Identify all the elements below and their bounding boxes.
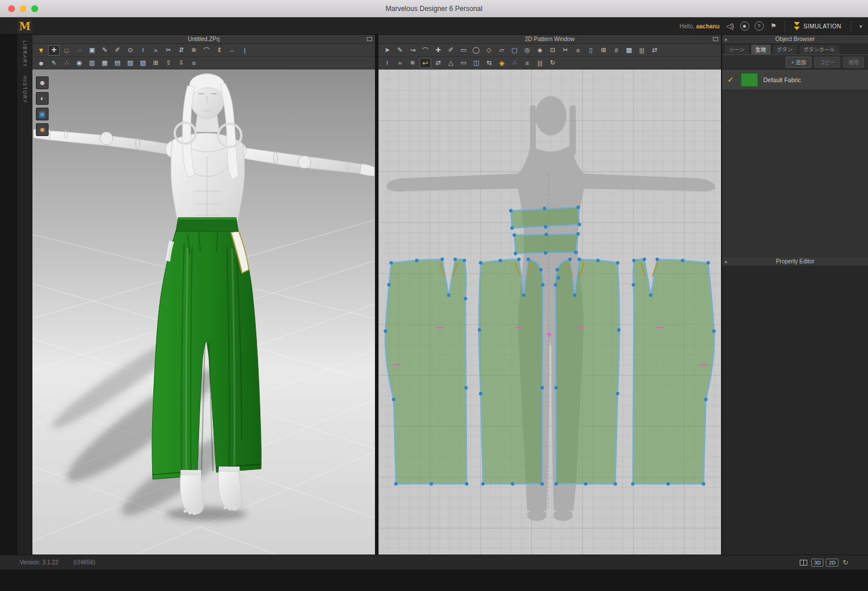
- show-points-icon[interactable]: ∴: [509, 58, 520, 68]
- undock-icon[interactable]: [367, 37, 372, 41]
- minimize-button[interactable]: [20, 5, 27, 12]
- show-grid-icon[interactable]: ⊞: [598, 45, 609, 56]
- show-avatar-icon[interactable]: ◉: [73, 58, 85, 68]
- copy-fabric-button[interactable]: コピー: [814, 57, 840, 68]
- circle-icon[interactable]: ◯: [470, 45, 482, 56]
- lower-garment-icon[interactable]: ⇩: [175, 58, 187, 68]
- pattern-piece-back-right[interactable]: [556, 259, 620, 484]
- help-icon[interactable]: ?: [755, 21, 764, 31]
- edit-curve-point-icon[interactable]: ⌒: [420, 45, 431, 56]
- show-avatar-toggle-icon[interactable]: ☻: [36, 76, 49, 89]
- edit-sewing-icon[interactable]: ↩: [420, 58, 431, 68]
- pattern-piece-front-right[interactable]: [632, 259, 714, 484]
- dart-icon[interactable]: ◇: [483, 45, 495, 56]
- stress-map-icon[interactable]: ▨: [124, 58, 136, 68]
- internal-rectangle-icon[interactable]: ▢: [509, 45, 520, 56]
- sync-2d3d-icon[interactable]: ⇄: [649, 45, 660, 56]
- mirror-pattern-icon[interactable]: ◫: [470, 58, 482, 68]
- pattern-piece-waistband-back[interactable]: [514, 234, 578, 254]
- dual-view-icon[interactable]: [800, 560, 807, 566]
- fold-arrangement-icon[interactable]: ⇵: [175, 45, 187, 56]
- notch-icon[interactable]: △: [445, 58, 457, 68]
- view-3d-button[interactable]: 3D: [811, 559, 824, 567]
- segment-sew-2d-icon[interactable]: ≀: [381, 58, 393, 68]
- internal-dart-icon[interactable]: ◈: [534, 45, 546, 56]
- show-garment-toggle-icon[interactable]: ◐: [36, 92, 49, 105]
- simulate-icon[interactable]: ▼: [35, 45, 47, 56]
- arrangement-points-icon[interactable]: ∴: [61, 58, 72, 68]
- render-style-icon[interactable]: ▣: [36, 108, 49, 120]
- cut-sew-icon[interactable]: ✂: [560, 45, 571, 56]
- mesh-icon[interactable]: ▦: [99, 58, 111, 68]
- edit-curvature-icon[interactable]: ↝: [407, 45, 418, 56]
- simulation-button[interactable]: SIMULATION: [790, 17, 845, 35]
- pattern-piece-waistband-front[interactable]: [511, 207, 579, 228]
- internal-polygon-icon[interactable]: ▱: [496, 45, 507, 56]
- username[interactable]: aachanu: [696, 23, 720, 30]
- segment-sew-icon[interactable]: ≀: [137, 45, 149, 56]
- measure-tape-icon[interactable]: ⌒: [201, 45, 212, 56]
- ruler-icon[interactable]: |: [239, 45, 251, 56]
- avatar-material-icon[interactable]: ☻: [36, 123, 49, 136]
- add-point-icon[interactable]: ✚: [432, 45, 444, 56]
- canvas-3d[interactable]: ☻◐▣☻: [32, 69, 375, 555]
- collapse-arrow-icon[interactable]: ▸: [725, 35, 728, 44]
- fabric-row[interactable]: ✓Default Fabric: [722, 69, 868, 90]
- pattern-outline-icon[interactable]: ▯: [585, 45, 597, 56]
- tab-buttonhole[interactable]: ボタンホール: [799, 44, 840, 54]
- tab-scene[interactable]: シーン: [724, 44, 750, 54]
- strain-map-icon[interactable]: ▤: [112, 58, 123, 68]
- pin-lasso-icon[interactable]: ✎: [99, 45, 111, 56]
- pin-box-icon[interactable]: ▣: [86, 45, 98, 56]
- texture-editor-icon[interactable]: ▩: [623, 45, 635, 56]
- snap-icon[interactable]: #: [610, 45, 622, 56]
- sound-icon[interactable]: ◁): [726, 21, 735, 31]
- news-icon[interactable]: ⚑: [769, 21, 778, 31]
- close-button[interactable]: [8, 5, 15, 12]
- refresh-icon[interactable]: ↻: [843, 559, 848, 567]
- pattern-bars-icon[interactable]: |||: [534, 58, 546, 68]
- free-sew-2d-icon[interactable]: ≈: [394, 58, 406, 68]
- measure-height-icon[interactable]: ⇕: [214, 45, 225, 56]
- check-sewing-icon[interactable]: ⇄: [432, 58, 444, 68]
- select-lasso-icon[interactable]: ◌: [73, 45, 85, 56]
- multi-segment-sew-icon[interactable]: ≋: [407, 58, 418, 68]
- fit-map-icon[interactable]: ▧: [137, 58, 149, 68]
- collapse-arrow-icon[interactable]: ▸: [725, 257, 728, 266]
- trace-icon[interactable]: ⊡: [547, 45, 558, 56]
- select-move-icon[interactable]: ✚: [48, 45, 60, 56]
- tab-button[interactable]: ボタン: [772, 44, 798, 54]
- wind-icon[interactable]: ≋: [188, 45, 200, 56]
- refresh-2d-icon[interactable]: ↻: [547, 58, 558, 68]
- grading-icon[interactable]: ≡: [521, 58, 533, 68]
- transform-pattern-icon[interactable]: ➤: [381, 45, 393, 56]
- pin-icon[interactable]: ⊙: [124, 45, 136, 56]
- seam-allowance-icon[interactable]: ≡: [572, 45, 584, 56]
- raise-garment-icon[interactable]: ⇧: [163, 58, 174, 68]
- pattern-piece-front-left[interactable]: [385, 259, 467, 484]
- floor-grid-icon[interactable]: ≡: [188, 58, 200, 68]
- edit-pattern-icon[interactable]: ✎: [394, 45, 406, 56]
- xray-icon[interactable]: ▥: [86, 58, 98, 68]
- avatar-pose-icon[interactable]: ☻: [35, 58, 47, 68]
- tab-fabric[interactable]: 生地: [751, 44, 771, 54]
- polygon-icon[interactable]: ✐: [445, 45, 457, 56]
- avatar-move-icon[interactable]: ⇖: [48, 58, 60, 68]
- pattern-piece-back-left[interactable]: [479, 259, 543, 484]
- rail-tab-history[interactable]: HISTORY: [22, 76, 28, 104]
- select-box-icon[interactable]: □: [61, 45, 72, 56]
- header-dropdown-icon[interactable]: ▾: [857, 23, 865, 30]
- rail-tab-library[interactable]: LIBRARY: [22, 41, 28, 68]
- undock-icon[interactable]: [713, 37, 718, 41]
- internal-circle-icon[interactable]: ◎: [521, 45, 533, 56]
- account-icon[interactable]: ☻: [740, 21, 749, 31]
- brush-icon[interactable]: ✐: [112, 45, 123, 56]
- seam-tape-icon[interactable]: ▭: [458, 58, 469, 68]
- apply-fabric-button[interactable]: 適用: [843, 57, 864, 68]
- zoom-button[interactable]: [31, 5, 38, 12]
- measure-width-icon[interactable]: ⇔: [226, 45, 238, 56]
- view-2d-button[interactable]: 2D: [826, 559, 838, 567]
- pattern-layout-icon[interactable]: |||: [636, 45, 648, 56]
- canvas-2d[interactable]: [378, 69, 721, 555]
- add-fabric-button[interactable]: + 追加: [786, 57, 811, 68]
